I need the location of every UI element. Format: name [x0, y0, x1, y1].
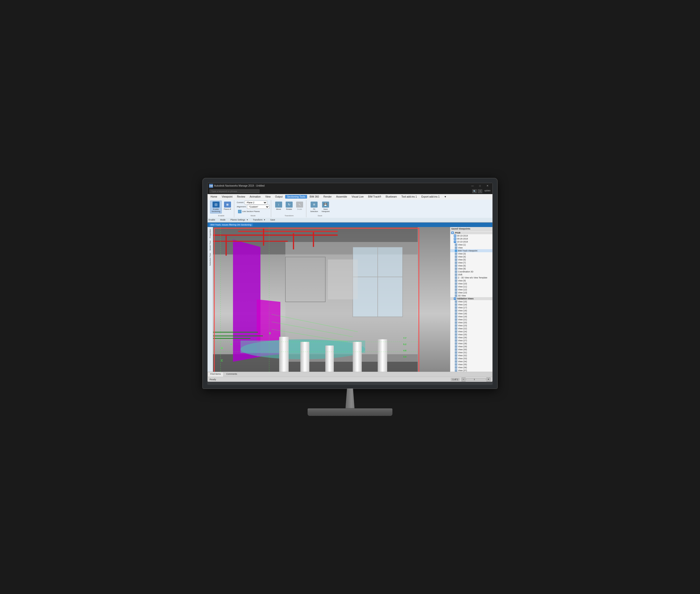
- vp-view11[interactable]: ○ View (11): [450, 285, 493, 288]
- find-items-tab[interactable]: Find Items: [207, 372, 224, 377]
- planes-icon: ▦: [224, 202, 231, 207]
- vp-view27[interactable]: ○ View (27): [450, 339, 493, 342]
- comments-tab[interactable]: Comments: [224, 372, 240, 377]
- current-plane-dropdown[interactable]: Plane 2 Plane 1 Plane 3: [245, 201, 267, 205]
- vp-view32[interactable]: ○ View (32): [450, 354, 493, 357]
- fit-selection-button[interactable]: ⊞ FitSelection: [309, 201, 320, 213]
- menu-assemble[interactable]: Assemble: [334, 195, 349, 199]
- move-button[interactable]: ↕ Move: [274, 201, 284, 211]
- menu-review[interactable]: Review: [235, 195, 247, 199]
- save-viewpoint-button[interactable]: 💾 SaveViewpoint: [320, 201, 331, 213]
- sub-planes-label: Planes Settings: [231, 219, 245, 221]
- app-title: Autodesk Navisworks Manage 2019 - Untitl…: [214, 184, 264, 187]
- vp-shift[interactable]: ○ Shift: [450, 273, 493, 276]
- minimize-button[interactable]: —: [469, 184, 476, 188]
- vp-view5[interactable]: ○ View (5): [450, 258, 493, 261]
- vp-view7[interactable]: ○ View (7): [450, 261, 493, 264]
- menu-viewpoint[interactable]: Viewpoint: [220, 195, 234, 199]
- sub-mode: Mode: [220, 219, 225, 221]
- vp-view16[interactable]: ○ View (16): [450, 309, 493, 312]
- vp-view8[interactable]: ○ View (8): [450, 267, 493, 270]
- vp-view1[interactable]: ○ View (1): [450, 243, 493, 246]
- vp-view13[interactable]: ○ View (13): [450, 291, 493, 294]
- scale-button[interactable]: ⤡ Scale: [295, 201, 305, 211]
- viewport[interactable]: A C D 8 E F 7.7 5.2 4.6 3.0: [213, 227, 450, 372]
- vp-view37-label: View (37): [458, 369, 467, 372]
- vp-view34[interactable]: ○ View (34): [450, 360, 493, 363]
- vp-09-19[interactable]: ▶ 09-19-2019: [450, 234, 493, 237]
- vp-view22[interactable]: ○ View (22): [450, 327, 493, 330]
- vp-view19[interactable]: ○ View (19): [450, 315, 493, 318]
- vp-view4-label: View (4): [458, 256, 466, 258]
- svg-rect-14: [293, 233, 294, 250]
- vp-view14[interactable]: ○ View (14): [450, 303, 493, 306]
- vp-view21[interactable]: ○ View (21): [450, 318, 493, 321]
- vp-view25[interactable]: ○ View (25): [450, 333, 493, 336]
- vp-view10[interactable]: ○ View (10): [450, 282, 493, 285]
- menu-output[interactable]: Output: [273, 195, 285, 199]
- menu-bim360[interactable]: BIM 360: [308, 195, 321, 199]
- vp-validation[interactable]: ▼ Validation Views: [450, 297, 493, 300]
- vp-view29[interactable]: ○ View (29): [450, 345, 493, 348]
- menu-animation[interactable]: Animation: [248, 195, 263, 199]
- menu-sectioning-tools[interactable]: Sectioning Tools: [285, 195, 307, 199]
- alignment-dropdown[interactable]: "Custom" X Y Z: [247, 205, 269, 209]
- zoom-plus-button[interactable]: +: [487, 377, 491, 382]
- vp-view9[interactable]: ○ View (9): [450, 279, 493, 282]
- vp-bim-track[interactable]: ○ BIM Track Viewpoint: [450, 249, 493, 252]
- vp-view33[interactable]: ○ View (33): [450, 357, 493, 360]
- vp-view37[interactable]: ○ View (37): [450, 369, 493, 372]
- properties-tab[interactable]: Properties: [208, 228, 212, 239]
- vp-view18[interactable]: ○ View (18): [450, 312, 493, 315]
- selection-tree-tab[interactable]: Selection Tree: [208, 252, 212, 267]
- vp-coord3d[interactable]: ○ Coordination 3D: [450, 270, 493, 273]
- vp-view28[interactable]: ○ View (28): [450, 342, 493, 345]
- plane-settings-sub: Current: Plane 2 Plane 1 Plane 3 Alignme…: [237, 201, 269, 214]
- right-panel: Saved Viewpoints ▶ .P01B ▶ 09-19-2019 ▶: [450, 227, 493, 372]
- sub-planes-settings: Planes Settings ▾: [231, 219, 248, 221]
- enable-icon: ⊟: [212, 202, 220, 207]
- menu-visual-live[interactable]: Visual Live: [349, 195, 365, 199]
- menu-view[interactable]: View: [263, 195, 273, 199]
- vp-view36[interactable]: ○ View (36): [450, 366, 493, 369]
- help-button[interactable]: ?: [478, 189, 482, 193]
- menu-tool-addins[interactable]: Tool add-ins 1: [399, 195, 419, 199]
- vp-view23[interactable]: ○ View (23): [450, 324, 493, 327]
- vp-view20[interactable]: ○ View (20): [450, 321, 493, 324]
- model-tree-tab[interactable]: Model Tree: [208, 239, 212, 252]
- active-tab-bar: BIM Track, Issues filtering ON Sectionin…: [207, 223, 493, 227]
- vp-z3d[interactable]: ○ Z - 3D View w/o View Template: [450, 276, 493, 279]
- zoom-minus-button[interactable]: −: [462, 377, 466, 382]
- vp-10-10[interactable]: ▼ 10-10-2019: [450, 240, 493, 243]
- menu-bluebeam[interactable]: Bluebeam: [384, 195, 399, 199]
- search-button[interactable]: 🔍: [472, 189, 477, 193]
- vp-view17[interactable]: ○ View (17): [450, 306, 493, 309]
- vp-view12[interactable]: ○ View (12): [450, 288, 493, 291]
- menu-home[interactable]: Home: [208, 195, 219, 199]
- maximize-button[interactable]: □: [476, 184, 484, 188]
- vp-p01b[interactable]: ▶ .P01B: [450, 231, 493, 234]
- vp-view15[interactable]: ○ View (15): [450, 300, 493, 303]
- search-input[interactable]: [209, 189, 260, 193]
- link-section-planes-button[interactable]: 🔗 Link Section Planes: [237, 209, 269, 214]
- vp-view31[interactable]: ○ View (31): [450, 351, 493, 354]
- menu-extra[interactable]: ▼: [442, 195, 448, 199]
- menu-render[interactable]: Render: [322, 195, 334, 199]
- vp-view[interactable]: ○ View: [450, 246, 493, 249]
- vp-bim-track-label: BIM Track Viewpoint: [458, 250, 477, 252]
- enable-sectioning-button[interactable]: ⊟ EnableSectioning: [210, 201, 222, 213]
- close-button[interactable]: ✕: [484, 184, 491, 188]
- vp-view35[interactable]: ○ View (35): [450, 363, 493, 366]
- vp-3dview[interactable]: ○ 3D View: [450, 294, 493, 297]
- vp-view4[interactable]: ○ View (4): [450, 255, 493, 258]
- menu-bim-track[interactable]: BIM Track®: [366, 195, 383, 199]
- planes-button[interactable]: ▦ Planes ▾: [222, 201, 233, 211]
- vp-09-26[interactable]: ▶ 09-26-2019: [450, 237, 493, 240]
- rotate-button[interactable]: ↻ Rotate: [284, 201, 294, 211]
- vp-view24[interactable]: ○ View (24): [450, 330, 493, 333]
- menu-export-addins[interactable]: Export add-ins 1: [419, 195, 441, 199]
- vp-view6[interactable]: ○ View (6): [450, 264, 493, 267]
- vp-view26[interactable]: ○ View (26): [450, 336, 493, 339]
- vp-view30[interactable]: ○ View (30): [450, 348, 493, 351]
- vp-view3[interactable]: ○ View (3): [450, 252, 493, 255]
